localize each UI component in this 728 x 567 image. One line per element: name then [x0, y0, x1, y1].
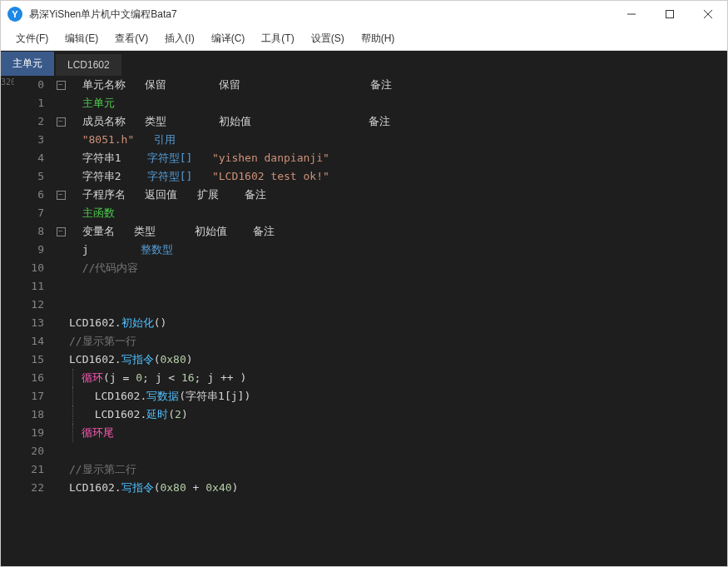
line-number: 19 [14, 424, 44, 442]
line-number: 15 [14, 351, 44, 369]
code-line[interactable]: LCD1602.写数据(字符串1[j]) [69, 387, 727, 405]
maximize-button[interactable] [651, 1, 689, 27]
tabbar: 主单元 LCD1602 [1, 51, 727, 76]
maximize-icon [666, 10, 674, 18]
minimize-icon [627, 10, 636, 18]
line-number: 22 [14, 479, 44, 497]
window-controls [612, 1, 727, 27]
menu-view[interactable]: 查看(V) [106, 28, 156, 49]
line-number: 8 [14, 222, 44, 241]
code-line[interactable]: 循环(j = 0; j < 16; j ++ ) [69, 369, 727, 387]
fold-cell [52, 314, 69, 332]
code-line[interactable]: LCD1602.延时(2) [69, 405, 727, 424]
fold-cell [52, 405, 69, 424]
code-line[interactable]: 主函数 [69, 204, 727, 222]
line-number: 2 [14, 112, 44, 131]
close-icon [704, 10, 712, 18]
editor-area: 主单元 LCD1602 320 012345678910111213141516… [1, 51, 727, 566]
line-number: 3 [14, 131, 44, 149]
code-line[interactable]: //显示第一行 [69, 332, 727, 351]
fold-cell [52, 149, 69, 167]
line-number: 21 [14, 460, 44, 479]
fold-cell: − [52, 186, 69, 204]
line-number: 14 [14, 332, 44, 351]
fold-cell [52, 131, 69, 149]
line-number: 12 [14, 296, 44, 314]
line-number: 1 [14, 94, 44, 112]
menu-edit[interactable]: 编辑(E) [57, 28, 106, 49]
code-line[interactable] [69, 296, 727, 314]
code-line[interactable]: //代码内容 [69, 259, 727, 277]
code-line[interactable]: 成员名称 类型 初始值 备注 [69, 112, 727, 131]
app-icon: Y [7, 7, 22, 22]
editor[interactable]: 320 012345678910111213141516171819202122… [1, 76, 727, 566]
code-line[interactable]: 循环尾 [69, 424, 727, 442]
tab-lcd[interactable]: LCD1602 [56, 54, 121, 76]
fold-cell: − [52, 112, 69, 131]
minimize-button[interactable] [612, 1, 651, 27]
svg-rect-1 [666, 11, 674, 18]
app-window: Y 易深YiShen单片机中文编程Bata7 文件(F) 编辑(E) 查看(V)… [0, 0, 728, 567]
line-number: 18 [14, 405, 44, 424]
fold-toggle-icon[interactable]: − [57, 81, 66, 90]
code-line[interactable]: 主单元 [69, 94, 727, 112]
menu-settings[interactable]: 设置(S) [303, 28, 353, 49]
fold-cell: − [52, 222, 69, 241]
code-line[interactable]: LCD1602.写指令(0x80) [69, 351, 727, 369]
window-title: 易深YiShen单片机中文编程Bata7 [29, 7, 612, 22]
fold-toggle-icon[interactable]: − [57, 191, 66, 200]
code-area[interactable]: 单元名称 保留 保留 备注 主单元 成员名称 类型 初始值 备注 "8051.h… [69, 76, 727, 566]
code-line[interactable]: "8051.h" 引用 [69, 131, 727, 149]
fold-cell [52, 167, 69, 186]
code-line[interactable]: //显示第二行 [69, 460, 727, 479]
code-line[interactable]: 变量名 类型 初始值 备注 [69, 222, 727, 241]
code-line[interactable]: LCD1602.初始化() [69, 314, 727, 332]
line-number: 5 [14, 167, 44, 186]
menu-compile[interactable]: 编译(C) [203, 28, 254, 49]
line-number: 13 [14, 314, 44, 332]
code-line[interactable]: 字符串1 字符型[] "yishen danpianji" [69, 149, 727, 167]
fold-cell [52, 296, 69, 314]
line-number: 9 [14, 241, 44, 259]
fold-cell [52, 369, 69, 387]
menu-tools[interactable]: 工具(T) [253, 28, 302, 49]
line-number: 11 [14, 277, 44, 296]
line-number: 7 [14, 204, 44, 222]
fold-cell [52, 204, 69, 222]
fold-toggle-icon[interactable]: − [57, 227, 66, 236]
code-line[interactable]: 字符串2 字符型[] "LCD1602 test ok!" [69, 167, 727, 186]
menu-insert[interactable]: 插入(I) [156, 28, 202, 49]
menu-file[interactable]: 文件(F) [7, 28, 57, 49]
line-number: 6 [14, 186, 44, 204]
code-line[interactable] [69, 277, 727, 296]
tab-main[interactable]: 主单元 [1, 52, 54, 76]
fold-toggle-icon[interactable]: − [57, 117, 66, 127]
code-line[interactable]: j 整数型 [69, 241, 727, 259]
line-number: 16 [14, 369, 44, 387]
menubar: 文件(F) 编辑(E) 查看(V) 插入(I) 编译(C) 工具(T) 设置(S… [1, 27, 727, 51]
code-line[interactable] [69, 442, 727, 460]
fold-cell [52, 241, 69, 259]
fold-cell [52, 259, 69, 277]
fold-cell [52, 424, 69, 442]
code-line[interactable]: 子程序名 返回值 扩展 备注 [69, 186, 727, 204]
fold-cell [52, 332, 69, 351]
line-number: 4 [14, 149, 44, 167]
fold-cell: − [52, 76, 69, 94]
fold-cell [52, 387, 69, 405]
fold-cell [52, 94, 69, 112]
fold-column: −−−− [52, 76, 69, 566]
fold-cell [52, 277, 69, 296]
line-number: 10 [14, 259, 44, 277]
code-line[interactable]: LCD1602.写指令(0x80 + 0x40) [69, 479, 727, 497]
fold-cell [52, 479, 69, 497]
line-number: 0 [14, 76, 44, 94]
titlebar: Y 易深YiShen单片机中文编程Bata7 [1, 1, 727, 27]
line-number: 20 [14, 442, 44, 460]
close-button[interactable] [689, 1, 727, 27]
menu-help[interactable]: 帮助(H) [353, 28, 404, 49]
code-line[interactable]: 单元名称 保留 保留 备注 [69, 76, 727, 94]
fold-cell [52, 351, 69, 369]
fold-cell [52, 460, 69, 479]
margin-column: 320 [1, 76, 14, 566]
